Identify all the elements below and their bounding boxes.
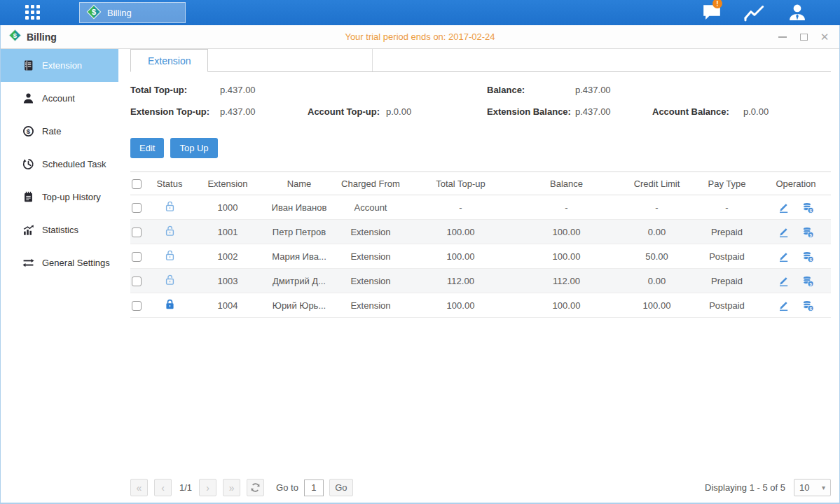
sidebar-item-statistics[interactable]: Statistics xyxy=(1,214,118,246)
edit-icon[interactable] xyxy=(778,226,790,238)
window-title: Billing xyxy=(27,31,57,43)
balance-label: Balance: xyxy=(487,85,525,95)
first-page-button[interactable]: « xyxy=(130,479,148,496)
general-settings-arrows-icon xyxy=(22,257,34,269)
topup-coins-icon[interactable]: $ xyxy=(802,275,814,287)
row-checkbox[interactable] xyxy=(132,301,142,311)
topup-coins-icon[interactable]: $ xyxy=(802,202,814,214)
balance-cell: 100.00 xyxy=(512,251,621,262)
edit-icon[interactable] xyxy=(778,251,790,262)
messages-icon[interactable]: ! xyxy=(700,4,724,22)
column-header: Credit Limit xyxy=(621,178,693,189)
sidebar-item-extension[interactable]: Extension xyxy=(1,49,118,82)
refresh-icon[interactable] xyxy=(247,479,264,496)
page-size-select[interactable]: 10 ▾ xyxy=(794,479,831,496)
prev-page-button[interactable]: ‹ xyxy=(154,479,172,496)
status-unlocked-icon[interactable] xyxy=(164,200,176,212)
edit-icon[interactable] xyxy=(778,202,790,214)
row-checkbox[interactable] xyxy=(132,203,142,213)
svg-text:$: $ xyxy=(809,232,812,237)
extension-balance-label: Extension Balance: xyxy=(487,106,571,117)
row-checkbox[interactable] xyxy=(132,227,142,237)
window-titlebar: $ Billing Your trial period ends on: 201… xyxy=(1,25,839,49)
statistics-chart-icon[interactable] xyxy=(743,4,766,22)
pay-type-cell: Postpaid xyxy=(693,251,761,262)
name-cell: Иван Иванов xyxy=(266,202,332,213)
displaying-count: Displaying 1 - 5 of 5 xyxy=(705,482,785,493)
total-topup-value: p.437.00 xyxy=(220,85,256,95)
last-page-button[interactable]: » xyxy=(223,479,240,496)
billing-summary: Total Top-up: p.437.00 Balance: p.437.00… xyxy=(130,82,831,127)
topup-coins-icon[interactable]: $ xyxy=(802,300,814,312)
maximize-icon[interactable] xyxy=(799,32,808,42)
status-unlocked-icon[interactable] xyxy=(164,249,176,261)
column-header: Balance xyxy=(512,178,621,189)
next-page-button[interactable]: › xyxy=(199,479,216,496)
main-panel: Extension Total Top-up: p.437.00 Balance… xyxy=(118,49,839,503)
column-header: Charged From xyxy=(332,178,409,189)
pagination-bar: « ‹ 1/1 › » Go to Go Displaying 1 xyxy=(130,478,831,497)
extension-cell: 1000 xyxy=(189,202,266,213)
balance-value: p.437.00 xyxy=(575,85,611,95)
svg-text:$: $ xyxy=(809,256,812,261)
tab-strip-divider xyxy=(208,49,373,71)
topup-button[interactable]: Top Up xyxy=(170,138,217,158)
sidebar-item-top-up-history[interactable]: Top-up History xyxy=(1,181,118,214)
extension-cell: 1003 xyxy=(189,276,266,286)
credit-limit-cell: 100.00 xyxy=(621,300,693,311)
total-topup-cell: 100.00 xyxy=(409,300,512,311)
extensions-table: StatusExtensionNameCharged FromTotal Top… xyxy=(130,172,831,318)
topup-history-notebook-icon xyxy=(22,191,34,203)
close-icon[interactable]: ✕ xyxy=(820,32,829,42)
column-header: Operation xyxy=(761,178,831,189)
column-header: Extension xyxy=(189,178,266,189)
row-checkbox[interactable] xyxy=(132,276,142,286)
edit-button[interactable]: Edit xyxy=(130,138,164,158)
user-account-icon[interactable] xyxy=(785,4,809,22)
edit-icon[interactable] xyxy=(778,275,790,287)
select-all-checkbox[interactable] xyxy=(132,179,142,189)
edit-icon[interactable] xyxy=(778,300,790,312)
rate-dollar-icon: $ xyxy=(22,125,34,137)
total-topup-label: Total Top-up: xyxy=(130,85,187,95)
charged-from-cell: Extension xyxy=(332,276,409,286)
sidebar-item-rate[interactable]: $Rate xyxy=(1,115,118,148)
sidebar-item-account[interactable]: Account xyxy=(1,82,118,115)
page-size-value: 10 xyxy=(799,482,809,493)
table-row: 1002Мария Ива...Extension100.00100.0050.… xyxy=(130,244,831,269)
total-topup-cell: 100.00 xyxy=(409,227,512,237)
row-checkbox[interactable] xyxy=(132,252,142,262)
goto-page-input[interactable] xyxy=(304,479,324,496)
table-row: 1004Юрий Юрь...Extension100.00100.00100.… xyxy=(130,293,831,318)
status-locked-icon[interactable] xyxy=(164,298,176,310)
go-button[interactable]: Go xyxy=(329,479,353,496)
status-unlocked-icon[interactable] xyxy=(164,225,176,237)
tab-extension[interactable]: Extension xyxy=(130,49,208,72)
sidebar-item-general-settings[interactable]: General Settings xyxy=(1,246,118,279)
table-row: 1000Иван ИвановAccount----$ xyxy=(130,195,831,220)
apps-grid-icon[interactable] xyxy=(25,5,41,20)
charged-from-cell: Extension xyxy=(332,251,409,262)
extension-topup-value: p.437.00 xyxy=(220,106,256,117)
name-cell: Петр Петров xyxy=(266,227,332,237)
status-unlocked-icon[interactable] xyxy=(164,274,176,286)
account-topup-label: Account Top-up: xyxy=(308,106,380,117)
sidebar-item-scheduled-task[interactable]: Scheduled Task xyxy=(1,148,118,181)
pay-type-cell: - xyxy=(693,202,761,213)
svg-text:$: $ xyxy=(809,281,812,286)
sidebar-item-label: Account xyxy=(42,93,75,104)
charged-from-cell: Extension xyxy=(332,227,409,237)
minimize-icon[interactable] xyxy=(778,32,787,42)
name-cell: Юрий Юрь... xyxy=(266,300,332,311)
topup-coins-icon[interactable]: $ xyxy=(802,226,814,238)
billing-window-icon: $ xyxy=(8,29,22,45)
credit-limit-cell: 50.00 xyxy=(621,251,693,262)
chevron-down-icon: ▾ xyxy=(822,484,825,491)
sidebar-item-label: Extension xyxy=(42,60,82,71)
goto-label: Go to xyxy=(276,482,298,493)
topup-coins-icon[interactable]: $ xyxy=(802,251,814,262)
charged-from-cell: Extension xyxy=(332,300,409,311)
extension-topup-label: Extension Top-up: xyxy=(130,106,209,117)
pay-type-cell: Postpaid xyxy=(693,300,761,311)
taskbar-billing-app[interactable]: $ Billing xyxy=(79,2,186,23)
